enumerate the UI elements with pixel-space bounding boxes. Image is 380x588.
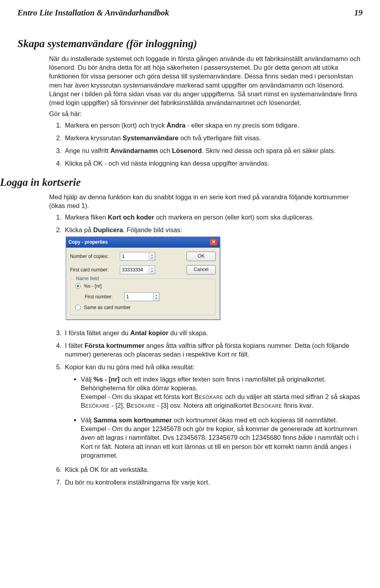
list-item: Välj Samma som kortnummer och kortnumret… [81, 416, 363, 460]
first-number-input[interactable] [125, 293, 153, 301]
list-item: Ange nu valfritt Användarnamn och Löseno… [63, 146, 363, 155]
paragraph: När du installerade systemet och loggade… [49, 54, 363, 107]
section-body-2: Med hjälp av denna funktion kan du snabb… [49, 193, 363, 487]
spinner-arrows-icon[interactable]: ▲▼ [149, 266, 155, 274]
ok-button[interactable]: OK [186, 252, 216, 261]
section-heading-card-series: Logga in kortserie [0, 175, 363, 189]
paragraph: Gör så här: [49, 109, 363, 118]
first-number-label: First number: [85, 294, 124, 300]
first-card-spinner[interactable]: ▲▼ [120, 265, 155, 274]
radio-option-same[interactable]: Same as card number [75, 304, 211, 311]
radio-checked-icon[interactable] [75, 283, 81, 289]
header-title: Entro Lite Installation & Användarhandbo… [17, 7, 169, 18]
first-card-input[interactable] [120, 266, 149, 274]
dialog-row-first-number: First number: ▲▼ [85, 292, 211, 301]
ordered-list: Markera fliken Kort och koder och marker… [49, 213, 363, 487]
radio-unchecked-icon[interactable] [75, 305, 81, 310]
section-heading-system-users: Skapa systemanvändare (för inloggning) [17, 36, 363, 51]
paragraph: Med hjälp av denna funktion kan du snabb… [49, 193, 363, 210]
copies-input[interactable] [120, 252, 149, 260]
radio-option-pattern[interactable]: %s - [nr] [75, 283, 211, 289]
section-body-1: När du installerade systemet och loggade… [49, 54, 363, 168]
first-card-label: First card number: [70, 267, 120, 273]
copy-properties-dialog: Copy - properties ✕ Number of copies: ▲▼… [66, 237, 220, 319]
page-header: Entro Lite Installation & Användarhandbo… [17, 7, 363, 18]
spinner-arrows-icon[interactable]: ▲▼ [149, 252, 155, 260]
list-item: Du bör nu kontrollera inställningarna fö… [63, 478, 363, 487]
ordered-list: Markera en person (kort) och tryck Ändra… [49, 121, 363, 168]
document-page: Entro Lite Installation & Användarhandbo… [0, 0, 380, 507]
dialog-body: Number of copies: ▲▼ OK First card numbe… [66, 248, 220, 319]
list-item: Klicka på OK - och vid nästa inloggning … [63, 159, 363, 168]
cancel-button[interactable]: Cancel [186, 265, 216, 275]
list-item: Markera fliken Kort och koder och marker… [63, 213, 363, 221]
name-field-group: Name field %s - [nr] First number: ▲▼ [70, 279, 216, 315]
list-item: I första fältet anger du Antal kopior du… [63, 328, 363, 337]
list-item: Markera kryssrutan Systemanvändare och t… [63, 134, 363, 142]
header-page-number: 19 [354, 7, 363, 18]
dialog-row-first-card: First card number: ▲▼ Cancel [70, 265, 216, 275]
list-item: I fältet Första kortnummer anges åtta va… [63, 341, 363, 359]
copies-spinner[interactable]: ▲▼ [120, 252, 155, 261]
list-item: Kopior kan du nu göra med två olika resu… [63, 363, 363, 460]
copies-label: Number of copies: [70, 253, 120, 260]
dialog-row-copies: Number of copies: ▲▼ OK [70, 252, 216, 261]
bullet-list: Välj %s - [nr] och ett index läggs efter… [65, 375, 363, 460]
dialog-title-text: Copy - properties [68, 239, 108, 245]
dialog-titlebar: Copy - properties ✕ [66, 237, 220, 248]
first-number-spinner[interactable]: ▲▼ [124, 292, 160, 301]
radio-label: %s - [nr] [84, 283, 102, 289]
list-item: Välj %s - [nr] och ett index läggs efter… [81, 375, 363, 410]
fieldset-legend: Name field [74, 275, 100, 282]
list-item: Klicka på Duplicera. Följande bild visas… [63, 225, 363, 320]
spinner-arrows-icon[interactable]: ▲▼ [153, 293, 159, 301]
radio-label: Same as card number [84, 304, 131, 311]
list-item: Markera en person (kort) och tryck Ändra… [63, 121, 363, 130]
list-item: Klick på OK för att verkställa. [63, 465, 363, 474]
close-icon[interactable]: ✕ [209, 239, 217, 246]
